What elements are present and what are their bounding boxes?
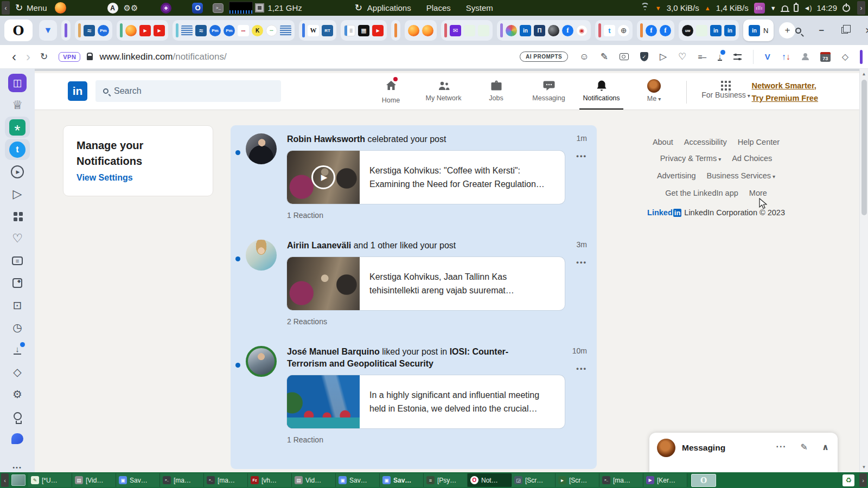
bookmark-heart-icon[interactable]: ♡ xyxy=(678,51,686,62)
vivaldi-favicon[interactable] xyxy=(42,25,54,36)
sidebar-item-extensions[interactable] xyxy=(5,361,30,382)
linkedin-favicon[interactable] xyxy=(710,25,722,36)
mail-purple-favicon[interactable] xyxy=(450,25,461,36)
youtube-favicon[interactable] xyxy=(154,25,165,36)
protonmail-favicon[interactable] xyxy=(98,25,109,36)
tab-group[interactable] xyxy=(39,20,57,41)
bookmark-edit-icon[interactable]: ✎ xyxy=(601,51,608,62)
footer-link[interactable]: About xyxy=(653,138,673,146)
opera-launcher-icon[interactable]: O xyxy=(192,3,203,14)
tab-group-bar[interactable] xyxy=(444,23,447,37)
firefox-favicon[interactable] xyxy=(125,25,137,36)
terminal-launcher-icon[interactable]: >_ xyxy=(213,3,224,13)
scrollbar-up-arrow[interactable]: ▲ xyxy=(860,72,868,76)
url-field[interactable]: www.linkedin.com/notifications/ xyxy=(99,52,226,62)
tab-group[interactable] xyxy=(173,20,295,41)
youtube-favicon[interactable] xyxy=(372,25,384,36)
sidebar-item-news[interactable] xyxy=(5,250,30,271)
wifi-signal-icon[interactable] xyxy=(640,4,650,11)
tab-search-icon[interactable] xyxy=(795,28,801,34)
taskbar-window-sav[interactable]: Sav… xyxy=(116,473,160,487)
firefox-launcher-icon[interactable] xyxy=(55,2,66,14)
dots-green-favicon[interactable] xyxy=(266,25,277,36)
notification-overflow-menu[interactable]: ••• xyxy=(572,364,587,373)
taskbar-window-ma[interactable]: [ma… xyxy=(204,473,248,487)
waves-app-favicon[interactable] xyxy=(84,25,95,36)
taskbar-collapse-left-icon[interactable]: ‹ xyxy=(1,473,9,487)
facebook-favicon[interactable] xyxy=(646,25,657,36)
sidebar-item-twitter[interactable] xyxy=(5,139,30,160)
extension-traffic-icon[interactable]: ↑↓ xyxy=(782,52,790,62)
messaging-expand-icon[interactable]: ∧ xyxy=(822,442,829,452)
sidebar-item-play-circle[interactable] xyxy=(5,161,30,182)
taskbar-window-sav[interactable]: Sav… xyxy=(380,473,424,487)
sphere-dark-favicon[interactable] xyxy=(548,25,559,36)
show-desktop-icon[interactable] xyxy=(11,474,25,486)
tab-group[interactable] xyxy=(61,20,71,41)
distro-menu-icon[interactable]: ↻ xyxy=(14,3,24,13)
taskbar-window-u[interactable]: [*U… xyxy=(28,473,72,487)
tray-dropdown-icon[interactable]: ▼ xyxy=(770,5,776,11)
sidebar-item-grid[interactable] xyxy=(5,206,30,227)
reaction-count[interactable]: 2 Reactions xyxy=(287,317,565,326)
snapshot-camera-icon[interactable] xyxy=(620,53,629,60)
volume-icon[interactable]: ◄) xyxy=(804,4,812,12)
window-close-button[interactable]: × xyxy=(865,24,868,37)
footer-link[interactable]: Help Center xyxy=(738,138,780,146)
tab-group[interactable] xyxy=(117,20,168,41)
media-player-tray-icon[interactable]: ıllı xyxy=(754,3,765,14)
footer-link[interactable]: Ad Choices xyxy=(732,154,772,163)
waves-pattern-favicon[interactable] xyxy=(181,25,193,36)
tab-group-bar[interactable] xyxy=(78,23,81,37)
sidebar-item-send[interactable] xyxy=(5,183,30,204)
footer-link[interactable]: Advertising xyxy=(657,171,696,180)
gears-icon[interactable]: ⚙⚙ xyxy=(124,3,138,13)
taskbar-window-ma[interactable]: [ma… xyxy=(599,473,643,487)
tab-group-bar[interactable] xyxy=(394,23,397,37)
pale-favicon[interactable] xyxy=(478,25,489,36)
system-menu[interactable]: System xyxy=(466,3,493,13)
archive-dark-favicon[interactable] xyxy=(358,25,369,36)
notification-row[interactable]: Airiin Laaneväli and 1 other liked your … xyxy=(231,232,597,338)
search-tool-icon[interactable]: A xyxy=(107,3,118,14)
taskbar-window-vid[interactable]: [Vid… xyxy=(72,473,116,487)
for-business-menu[interactable]: For Business▾ xyxy=(695,73,756,110)
messaging-overflow-icon[interactable]: ··· xyxy=(776,442,787,452)
places-menu[interactable]: Places xyxy=(426,3,451,13)
linkedin-favicon[interactable] xyxy=(520,25,531,36)
taskbar-window-psy[interactable]: [Psy… xyxy=(424,473,468,487)
window-maximize-button[interactable] xyxy=(841,27,848,34)
globe-favicon[interactable] xyxy=(618,25,629,36)
opera-menu-button[interactable]: O xyxy=(4,20,33,41)
post-preview-card[interactable]: In a highly significant and influential … xyxy=(287,375,565,428)
nav-jobs[interactable]: Jobs xyxy=(470,73,522,110)
firefox-favicon[interactable] xyxy=(422,25,433,36)
tab-group-bar[interactable] xyxy=(640,23,643,37)
actor-avatar-opentowork[interactable] xyxy=(246,346,277,377)
ai-prompts-button[interactable]: AI PROMPTS xyxy=(520,52,568,62)
play-button-icon[interactable] xyxy=(311,165,335,189)
sidebar-item-crown[interactable] xyxy=(5,94,30,115)
search-box[interactable] xyxy=(95,80,281,102)
panel-collapse-left-icon[interactable]: ‹ xyxy=(2,1,10,15)
facebook-favicon[interactable] xyxy=(562,25,573,36)
menu-label[interactable]: Menu xyxy=(27,3,47,12)
vpn-badge[interactable]: VPN xyxy=(59,52,80,62)
notification-row[interactable]: José Manuel Barquino liked your post in … xyxy=(231,338,597,453)
nav-home[interactable]: Home xyxy=(365,73,417,110)
taskbar-window-scr[interactable]: [Scr… xyxy=(512,473,556,487)
footer-link[interactable]: Privacy & Terms▾ xyxy=(660,154,722,163)
reaction-count[interactable]: 1 Reaction xyxy=(287,435,565,444)
sidebar-item-devices[interactable] xyxy=(5,294,30,316)
dots-red-favicon[interactable] xyxy=(238,25,249,36)
sidebar-item-tips[interactable] xyxy=(5,406,30,427)
museum-favicon[interactable] xyxy=(534,25,545,36)
nav-notifications[interactable]: Notifications xyxy=(575,73,628,110)
post-thumbnail[interactable] xyxy=(287,375,360,428)
premium-upsell-link[interactable]: Network Smarter, Try Premium Free xyxy=(752,80,819,105)
taskbar-window-sav[interactable]: Sav… xyxy=(336,473,380,487)
messaging-avatar[interactable] xyxy=(657,439,675,457)
taskbar-collapse-right-icon[interactable]: › xyxy=(859,473,867,487)
post-preview-card[interactable]: Kerstiga Kohvikus: "Coffee with Kersti":… xyxy=(287,151,565,204)
extension-vpn-icon[interactable]: V xyxy=(765,52,770,61)
